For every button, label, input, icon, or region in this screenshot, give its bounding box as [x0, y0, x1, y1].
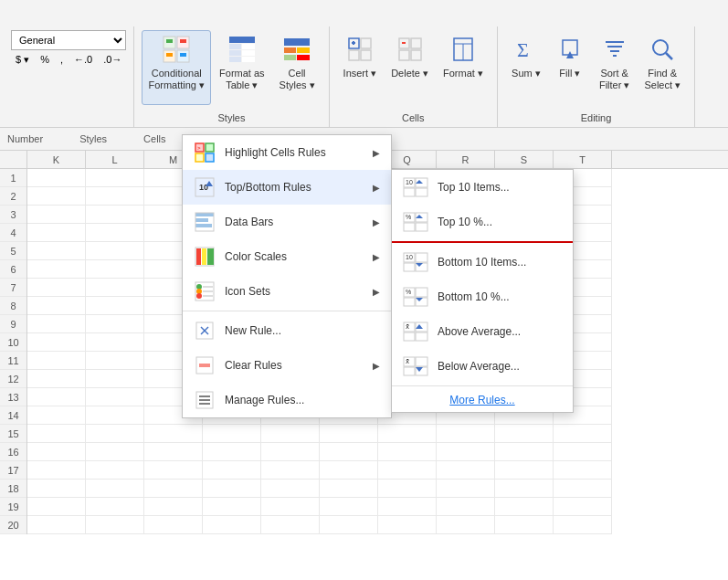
cell-7-1[interactable]: [27, 279, 86, 297]
insert-btn[interactable]: Insert ▾: [337, 30, 384, 105]
cell-20-4[interactable]: [203, 516, 261, 534]
menu-item-manage-rules[interactable]: Manage Rules...: [183, 383, 391, 417]
submenu-below-average[interactable]: x̄ Below Average...: [392, 349, 573, 384]
increase-decimal-btn[interactable]: .0→: [99, 52, 126, 67]
more-rules-link[interactable]: More Rules...: [392, 388, 573, 412]
cell-19-8[interactable]: [437, 498, 495, 516]
cell-14-2[interactable]: [86, 406, 144, 425]
cell-17-5[interactable]: [261, 461, 320, 480]
cell-18-4[interactable]: [203, 480, 261, 498]
cell-16-5[interactable]: [261, 443, 320, 461]
cell-18-10[interactable]: [554, 480, 612, 498]
cell-19-10[interactable]: [554, 498, 612, 516]
cell-19-1[interactable]: [27, 498, 86, 516]
cell-16-1[interactable]: [27, 443, 86, 461]
cell-2-2[interactable]: [86, 187, 144, 206]
cell-18-8[interactable]: [437, 480, 495, 498]
format-btn[interactable]: Format ▾: [437, 30, 490, 105]
cell-15-5[interactable]: [261, 425, 320, 443]
submenu-top-10-items[interactable]: 10 Top 10 Items...: [392, 170, 573, 205]
cell-20-2[interactable]: [86, 516, 144, 534]
cell-16-9[interactable]: [495, 443, 554, 461]
cell-16-7[interactable]: [378, 443, 437, 461]
cell-1-2[interactable]: [86, 169, 144, 187]
cell-20-10[interactable]: [554, 516, 612, 534]
cell-19-5[interactable]: [261, 498, 320, 516]
format-as-table-btn[interactable]: Format asTable ▾: [213, 30, 271, 105]
cell-1-1[interactable]: [27, 169, 86, 187]
cell-5-2[interactable]: [86, 242, 144, 260]
cell-16-4[interactable]: [203, 443, 261, 461]
cell-16-10[interactable]: [554, 443, 612, 461]
cell-8-1[interactable]: [27, 297, 86, 315]
cell-17-10[interactable]: [554, 461, 612, 480]
cell-19-2[interactable]: [86, 498, 144, 516]
find-select-btn[interactable]: Find &Select ▾: [638, 30, 687, 105]
cell-15-7[interactable]: [378, 425, 437, 443]
cell-18-7[interactable]: [378, 480, 437, 498]
cell-16-8[interactable]: [437, 443, 495, 461]
cell-17-8[interactable]: [437, 461, 495, 480]
cell-13-1[interactable]: [27, 388, 86, 406]
cell-10-2[interactable]: [86, 333, 144, 352]
cell-19-6[interactable]: [320, 498, 378, 516]
cell-19-9[interactable]: [495, 498, 554, 516]
cell-18-2[interactable]: [86, 480, 144, 498]
cell-20-3[interactable]: [144, 516, 203, 534]
cell-17-7[interactable]: [378, 461, 437, 480]
cell-20-8[interactable]: [437, 516, 495, 534]
cell-11-2[interactable]: [86, 352, 144, 370]
cell-7-2[interactable]: [86, 279, 144, 297]
submenu-top-10-percent[interactable]: % Top 10 %...: [392, 205, 573, 239]
menu-item-top-bottom[interactable]: 10 Top/Bottom Rules ▶ 10: [183, 170, 391, 205]
percent-btn[interactable]: %: [36, 52, 54, 67]
cell-18-6[interactable]: [320, 480, 378, 498]
menu-item-highlight-cells[interactable]: > Highlight Cells Rules ▶: [183, 135, 391, 170]
cell-20-9[interactable]: [495, 516, 554, 534]
cell-19-7[interactable]: [378, 498, 437, 516]
cell-18-1[interactable]: [27, 480, 86, 498]
cell-12-1[interactable]: [27, 370, 86, 388]
cell-13-2[interactable]: [86, 388, 144, 406]
menu-item-clear-rules[interactable]: Clear Rules ▶: [183, 348, 391, 383]
cell-11-1[interactable]: [27, 352, 86, 370]
cell-15-2[interactable]: [86, 425, 144, 443]
cell-16-3[interactable]: [144, 443, 203, 461]
cell-17-4[interactable]: [203, 461, 261, 480]
cell-4-1[interactable]: [27, 224, 86, 242]
comma-btn[interactable]: ,: [56, 52, 68, 67]
cell-3-1[interactable]: [27, 206, 86, 224]
cell-17-1[interactable]: [27, 461, 86, 480]
menu-item-new-rule[interactable]: New Rule...: [183, 313, 391, 348]
cell-2-1[interactable]: [27, 187, 86, 206]
cell-15-4[interactable]: [203, 425, 261, 443]
submenu-bottom-10-percent[interactable]: % Bottom 10 %...: [392, 279, 573, 314]
number-format-dropdown[interactable]: General: [11, 30, 126, 50]
submenu-bottom-10-items[interactable]: 10 Bottom 10 Items...: [392, 245, 573, 279]
cell-20-1[interactable]: [27, 516, 86, 534]
cell-17-6[interactable]: [320, 461, 378, 480]
cell-16-6[interactable]: [320, 443, 378, 461]
cell-19-3[interactable]: [144, 498, 203, 516]
sum-btn[interactable]: Σ Sum ▾: [505, 30, 547, 105]
cell-9-1[interactable]: [27, 315, 86, 333]
cell-17-9[interactable]: [495, 461, 554, 480]
cell-17-2[interactable]: [86, 461, 144, 480]
decrease-decimal-btn[interactable]: ←.0: [69, 52, 97, 67]
cell-8-2[interactable]: [86, 297, 144, 315]
cell-6-1[interactable]: [27, 260, 86, 279]
cell-3-2[interactable]: [86, 206, 144, 224]
delete-btn[interactable]: Delete ▾: [385, 30, 435, 105]
cell-15-10[interactable]: [554, 425, 612, 443]
cell-14-1[interactable]: [27, 406, 86, 425]
cell-20-7[interactable]: [378, 516, 437, 534]
menu-item-data-bars[interactable]: Data Bars ▶: [183, 205, 391, 239]
conditional-formatting-btn[interactable]: ConditionalFormatting ▾: [142, 30, 211, 105]
cell-15-9[interactable]: [495, 425, 554, 443]
cell-9-2[interactable]: [86, 315, 144, 333]
cell-18-3[interactable]: [144, 480, 203, 498]
cell-15-3[interactable]: [144, 425, 203, 443]
cell-5-1[interactable]: [27, 242, 86, 260]
cell-styles-btn[interactable]: CellStyles ▾: [273, 30, 322, 105]
cell-17-3[interactable]: [144, 461, 203, 480]
